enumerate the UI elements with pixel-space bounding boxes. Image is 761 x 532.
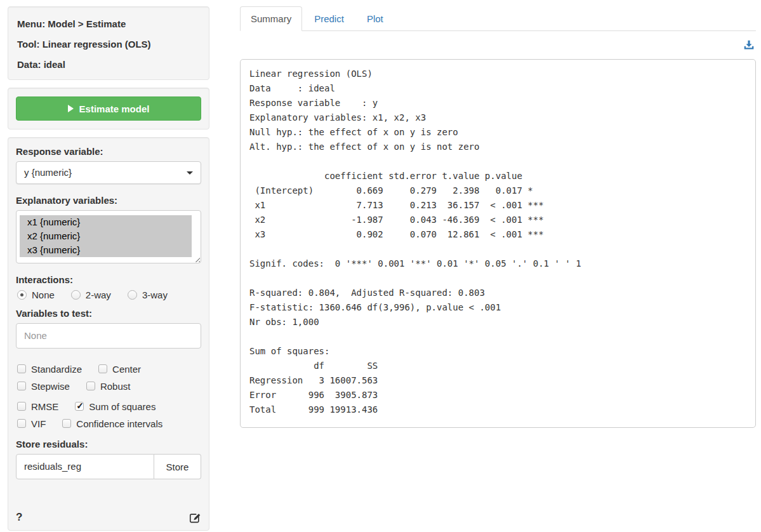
- radio-2way[interactable]: 2-way: [71, 289, 111, 300]
- checkbox-standardize-icon[interactable]: [17, 364, 26, 373]
- checkbox-stepwise-icon[interactable]: [17, 382, 26, 390]
- checkbox-row-2: Stepwise Robust: [17, 380, 201, 392]
- checkbox-center-label: Center: [112, 364, 141, 375]
- response-variable-value: y {numeric}: [24, 167, 72, 178]
- store-residuals-group: residuals_reg Store: [16, 454, 201, 479]
- store-residuals-input[interactable]: residuals_reg: [16, 454, 154, 479]
- store-residuals-label: Store residuals:: [16, 439, 201, 449]
- main-panel: Summary Predict Plot Linear regression (…: [240, 6, 756, 428]
- checkbox-robust-icon[interactable]: [86, 382, 95, 390]
- radio-none-icon[interactable]: [17, 290, 27, 300]
- model-info-panel: Menu: Model > Estimate Tool: Linear regr…: [8, 6, 209, 80]
- radio-none[interactable]: None: [17, 289, 55, 300]
- menu-breadcrumb: Menu: Model > Estimate: [17, 18, 200, 30]
- checkbox-stepwise-label: Stepwise: [31, 381, 70, 392]
- checkbox-row-3: RMSE Sum of squares: [17, 401, 201, 412]
- checkbox-sum-of-squares-label: Sum of squares: [89, 401, 156, 412]
- checkbox-standardize-label: Standardize: [31, 364, 82, 375]
- checkbox-vif-label: VIF: [31, 418, 46, 429]
- checkbox-confidence-intervals-icon[interactable]: [62, 419, 71, 428]
- explanatory-option-x3[interactable]: x3 {numeric}: [20, 243, 192, 257]
- explanatory-variables-label: Explanatory variables:: [16, 195, 201, 206]
- sidebar-footer: ?: [16, 511, 201, 524]
- checkbox-standardize[interactable]: Standardize: [17, 364, 82, 375]
- checkbox-rmse-icon[interactable]: [17, 402, 26, 411]
- checkbox-stepwise[interactable]: Stepwise: [17, 381, 70, 392]
- checkbox-confidence-intervals[interactable]: Confidence intervals: [62, 418, 162, 429]
- model-controls-panel: Response variable: y {numeric} Explanato…: [8, 137, 209, 531]
- explanatory-option-x2[interactable]: x2 {numeric}: [20, 229, 192, 243]
- estimate-panel: Estimate model: [8, 88, 209, 130]
- estimate-model-label: Estimate model: [79, 103, 150, 114]
- dataset-name: Data: ideal: [17, 58, 200, 71]
- resize-grip-icon[interactable]: [194, 256, 200, 262]
- checkbox-center[interactable]: Center: [98, 364, 141, 375]
- download-icon[interactable]: [743, 39, 755, 51]
- tab-bar: Summary Predict Plot: [240, 6, 756, 31]
- radio-2way-icon[interactable]: [71, 290, 81, 300]
- play-icon: [68, 105, 74, 112]
- explanatory-variables-select[interactable]: x1 {numeric} x2 {numeric} x3 {numeric}: [16, 210, 201, 263]
- response-variable-label: Response variable:: [16, 146, 201, 157]
- caret-down-icon: [187, 171, 193, 175]
- checkbox-rmse[interactable]: RMSE: [17, 401, 58, 412]
- checkbox-robust-label: Robust: [100, 381, 131, 392]
- tab-plot-label: Plot: [356, 6, 394, 31]
- checkbox-rmse-label: RMSE: [31, 401, 58, 412]
- output-toolbar: [240, 31, 756, 59]
- radio-3way-label: 3-way: [142, 289, 168, 300]
- variables-to-test-label: Variables to test:: [16, 308, 201, 319]
- regression-summary-output: Linear regression (OLS) Data : ideal Res…: [240, 59, 756, 428]
- explanatory-option-x1[interactable]: x1 {numeric}: [20, 215, 192, 229]
- radio-2way-label: 2-way: [86, 289, 111, 300]
- tool-name: Tool: Linear regression (OLS): [17, 38, 200, 51]
- tab-predict-label: Predict: [303, 6, 355, 31]
- radio-none-label: None: [32, 289, 55, 300]
- interactions-radio-group: None 2-way 3-way: [17, 289, 201, 300]
- interactions-label: Interactions:: [16, 274, 201, 285]
- tab-summary-label: Summary: [240, 6, 302, 31]
- checkbox-row-1: Standardize Center: [17, 363, 201, 375]
- edit-pencil-square-icon[interactable]: [189, 512, 201, 524]
- sidebar: Menu: Model > Estimate Tool: Linear regr…: [8, 6, 209, 532]
- variables-to-test-input[interactable]: None: [16, 323, 201, 349]
- store-button[interactable]: Store: [154, 454, 201, 479]
- checkbox-vif[interactable]: VIF: [17, 418, 46, 429]
- response-variable-select[interactable]: y {numeric}: [16, 161, 201, 184]
- help-icon[interactable]: ?: [16, 511, 22, 524]
- tab-summary[interactable]: Summary: [240, 6, 302, 31]
- checkbox-center-icon[interactable]: [98, 364, 107, 373]
- checkbox-robust[interactable]: Robust: [86, 381, 131, 392]
- variables-to-test-placeholder: None: [24, 330, 47, 341]
- checkbox-row-4: VIF Confidence intervals: [17, 418, 201, 429]
- checkbox-sum-of-squares[interactable]: Sum of squares: [75, 401, 156, 412]
- radio-3way[interactable]: 3-way: [128, 289, 168, 300]
- estimate-model-button[interactable]: Estimate model: [16, 96, 201, 121]
- tab-plot[interactable]: Plot: [356, 6, 394, 31]
- tab-predict[interactable]: Predict: [303, 6, 355, 31]
- checkbox-confidence-intervals-label: Confidence intervals: [76, 418, 162, 429]
- checkbox-sum-of-squares-icon[interactable]: [75, 402, 84, 411]
- checkbox-vif-icon[interactable]: [17, 419, 26, 428]
- radio-3way-icon[interactable]: [128, 290, 137, 300]
